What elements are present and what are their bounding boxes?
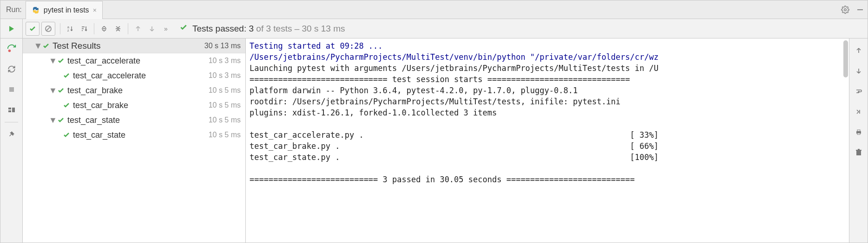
sort-alpha-button[interactable]: az	[63, 22, 77, 36]
console-line: test_car_state.py . [100%]	[250, 153, 658, 162]
svg-rect-8	[9, 87, 14, 92]
svg-rect-11	[12, 108, 15, 112]
tree-leaf-time: 10 s 5 ms	[209, 131, 241, 139]
collapse-all-button[interactable]	[111, 22, 125, 36]
main-area: ▼ Test Results 30 s 13 ms ▼ test_car_acc…	[0, 38, 868, 243]
svg-rect-14	[857, 133, 860, 134]
tree-leaf-time: 10 s 5 ms	[209, 101, 241, 109]
tree-node[interactable]: ▼ test_car_accelerate 10 s 3 ms	[23, 53, 245, 68]
tree-node-time: 10 s 5 ms	[209, 116, 241, 124]
scrollbar-thumb[interactable]	[843, 40, 848, 77]
tree-node[interactable]: ▼ test_car_state 10 s 5 ms	[23, 113, 245, 128]
check-icon	[57, 87, 65, 94]
expand-all-button[interactable]	[97, 22, 111, 36]
stop-button[interactable]	[0, 79, 23, 100]
svg-point-3	[46, 26, 51, 32]
prev-failed-button[interactable]	[131, 22, 145, 36]
tree-node[interactable]: ▼ test_car_brake 10 s 5 ms	[23, 83, 245, 98]
console-line: test_car_brake.py . [ 66%]	[250, 141, 658, 151]
print-button[interactable]	[849, 122, 868, 142]
tree-node-label: test_car_state	[67, 115, 209, 125]
tree-node-label: test_car_brake	[67, 86, 209, 96]
settings-button[interactable]	[838, 2, 853, 17]
tree-leaf-label: test_car_state	[73, 130, 209, 140]
console-line: rootdir: /Users/jetbrains/PycharmProject…	[250, 97, 620, 106]
tree-leaf-label: test_car_brake	[73, 101, 209, 110]
run-label: Run:	[4, 6, 26, 14]
soft-wrap-button[interactable]	[849, 81, 868, 102]
tree-leaf[interactable]: test_car_state 10 s 5 ms	[23, 128, 245, 142]
header-bar: Run: pytest in tests ×	[0, 0, 868, 19]
console-output[interactable]: Testing started at 09:28 ... /Users/jetb…	[246, 38, 849, 243]
pin-button[interactable]	[0, 124, 23, 145]
rerun-failed-button[interactable]	[0, 38, 23, 59]
console-line: test_car_accelerate.py . [ 33%]	[250, 130, 658, 140]
tab-label: pytest in tests	[44, 6, 89, 14]
run-tool-window: Run: pytest in tests ×	[0, 0, 868, 243]
check-icon	[179, 23, 188, 34]
test-status: Tests passed: 3 of 3 tests – 30 s 13 ms	[176, 23, 345, 34]
svg-rect-9	[8, 108, 11, 109]
console-line: Testing started at 09:28 ...	[250, 41, 383, 51]
tree-leaf[interactable]: test_car_brake 10 s 5 ms	[23, 98, 245, 113]
tree-root-label: Test Results	[53, 41, 204, 51]
console-line: Launching pytest with arguments /Users/j…	[250, 64, 658, 73]
test-tree[interactable]: ▼ Test Results 30 s 13 ms ▼ test_car_acc…	[23, 38, 246, 243]
check-icon	[63, 72, 70, 79]
tree-leaf[interactable]: test_car_accelerate 10 s 3 ms	[23, 68, 245, 83]
status-prefix: Tests passed:	[192, 24, 246, 33]
check-icon	[57, 57, 65, 64]
chevron-down-icon[interactable]: ▼	[49, 56, 57, 66]
show-ignored-toggle[interactable]	[41, 22, 55, 36]
test-toolbar: az » Tests	[0, 19, 868, 38]
check-icon	[63, 131, 70, 139]
tree-node-time: 10 s 3 ms	[209, 57, 241, 65]
chevron-down-icon[interactable]: ▼	[34, 41, 42, 51]
left-gutter	[0, 38, 23, 243]
hide-button[interactable]	[853, 2, 868, 17]
svg-rect-13	[857, 130, 860, 131]
console-line: =========================== 3 passed in …	[250, 175, 635, 184]
console-line: platform darwin -- Python 3.6.4, pytest-…	[250, 86, 578, 95]
scroll-down-button[interactable]	[849, 61, 868, 81]
check-icon	[42, 42, 50, 50]
svg-marker-2	[9, 26, 14, 32]
svg-rect-17	[858, 149, 860, 150]
status-passed-count: 3	[249, 24, 254, 33]
scroll-to-end-button[interactable]	[849, 102, 868, 122]
console-line: ============================= test sessi…	[250, 75, 630, 84]
scroll-up-button[interactable]	[849, 40, 868, 61]
right-gutter	[849, 38, 868, 243]
svg-text:z: z	[67, 29, 69, 32]
close-tab-icon[interactable]: ×	[93, 6, 97, 14]
chevron-down-icon[interactable]: ▼	[49, 115, 57, 125]
next-failed-button[interactable]	[145, 22, 159, 36]
tree-node-label: test_car_accelerate	[67, 56, 209, 66]
rerun-button[interactable]	[5, 22, 19, 36]
check-icon	[63, 102, 70, 109]
more-button[interactable]: »	[159, 22, 173, 36]
chevron-down-icon[interactable]: ▼	[49, 86, 57, 96]
status-suffix: of 3 tests – 30 s 13 ms	[256, 24, 345, 33]
console-line: /Users/jetbrains/PycharmProjects/MultiTe…	[250, 52, 658, 62]
toggle-auto-test-button[interactable]	[0, 59, 23, 79]
check-icon	[57, 116, 65, 124]
sort-duration-button[interactable]	[77, 22, 91, 36]
tree-leaf-label: test_car_accelerate	[73, 71, 209, 81]
tree-root[interactable]: ▼ Test Results 30 s 13 ms	[23, 38, 245, 53]
pytest-icon	[32, 6, 40, 14]
tree-root-time: 30 s 13 ms	[204, 42, 241, 50]
svg-rect-12	[856, 131, 861, 134]
svg-rect-10	[8, 110, 11, 112]
show-passed-toggle[interactable]	[26, 22, 39, 36]
console-line: plugins: xdist-1.26.1, forked-1.0.1colle…	[250, 108, 497, 117]
svg-point-7	[8, 50, 11, 52]
tree-leaf-time: 10 s 3 ms	[209, 71, 241, 80]
tree-node-time: 10 s 5 ms	[209, 86, 241, 95]
svg-line-4	[46, 27, 50, 31]
run-tab[interactable]: pytest in tests ×	[26, 1, 103, 19]
svg-rect-15	[856, 151, 861, 155]
svg-rect-16	[856, 150, 861, 151]
delete-button[interactable]	[849, 142, 868, 163]
layout-button[interactable]	[0, 100, 23, 120]
